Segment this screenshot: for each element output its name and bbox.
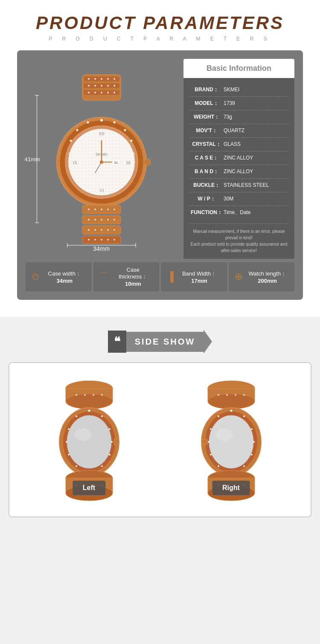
svg-point-4 (88, 78, 90, 80)
svg-point-127 (251, 454, 253, 455)
svg-point-101 (66, 441, 67, 443)
meas-icon: ⊕ (235, 271, 242, 282)
svg-point-92 (88, 410, 90, 412)
svg-point-133 (210, 428, 212, 430)
svg-point-122 (216, 428, 233, 441)
measurement-cell: ▐Band Width：17mm (161, 262, 227, 291)
svg-point-71 (113, 229, 115, 231)
svg-point-132 (208, 441, 209, 443)
svg-point-64 (107, 219, 109, 220)
svg-point-17 (107, 92, 109, 93)
svg-point-75 (101, 239, 102, 241)
svg-point-18 (113, 92, 115, 93)
svg-point-9 (88, 85, 90, 87)
watch-svg: XII VI IX III SKMEI 31 (33, 66, 170, 254)
info-val: 1739 (224, 100, 235, 106)
svg-text:VI: VI (99, 188, 104, 193)
svg-point-7 (107, 78, 109, 80)
info-key: BRAND： (189, 86, 224, 93)
side-show-header: ❝ SIDE SHOW (9, 330, 311, 354)
info-row: BRAND：SKMEI (189, 83, 288, 97)
info-val: STAINLESS STEEL (224, 182, 269, 188)
info-key: CRYSTAL： (189, 141, 224, 148)
measurement-cell: ⌒Case thickness：10mm (93, 262, 160, 291)
meas-icon: ▐ (167, 271, 174, 282)
info-row: B A N D：ZINC ALLOY (189, 165, 288, 179)
svg-point-117 (235, 394, 236, 396)
meas-text: Band Width：17mm (178, 270, 221, 284)
svg-point-94 (109, 428, 111, 430)
info-val: QUARTZ (224, 128, 244, 133)
svg-point-50 (100, 160, 103, 164)
watch-container: 41mm (33, 66, 170, 252)
svg-point-114 (208, 394, 255, 409)
dim-height-label: 41mm (25, 156, 40, 162)
info-key: WEIGHT： (189, 113, 224, 121)
svg-point-99 (76, 465, 77, 467)
svg-point-77 (113, 239, 115, 241)
info-val: 30M (224, 196, 233, 202)
info-val: ZINC ALLOY (224, 155, 253, 161)
left-watch-container: Left (42, 371, 136, 508)
info-val: Time、Date (224, 209, 251, 216)
svg-point-134 (218, 415, 219, 417)
svg-point-97 (101, 465, 103, 467)
info-key: FUNCTION： (189, 209, 224, 216)
svg-point-6 (101, 78, 102, 80)
quote-mark: ❝ (114, 336, 120, 348)
info-row: MOV'T：QUARTZ (189, 124, 288, 138)
svg-point-65 (113, 219, 115, 220)
svg-point-83 (66, 394, 113, 409)
svg-point-91 (74, 428, 91, 441)
info-key: MOV'T： (189, 127, 224, 134)
info-val: ZINC ALLOY (224, 168, 253, 174)
info-row: FUNCTION：Time、Date (189, 206, 288, 219)
right-watch-container: Right (184, 371, 278, 508)
info-val: GLASS (224, 141, 241, 147)
svg-point-11 (101, 85, 102, 87)
svg-point-121 (209, 415, 253, 468)
svg-point-68 (94, 229, 96, 231)
svg-point-37 (76, 129, 78, 131)
svg-point-13 (113, 85, 115, 87)
meas-text: Watch length：200mm (247, 270, 289, 284)
triangle-right-icon (204, 330, 212, 354)
svg-text:31: 31 (114, 161, 118, 165)
svg-rect-104 (114, 439, 119, 445)
svg-point-123 (230, 410, 232, 412)
svg-point-93 (101, 415, 103, 417)
info-header-text: Basic Information (207, 64, 271, 73)
side-show-label: SIDE SHOW (135, 337, 195, 347)
svg-point-118 (243, 394, 245, 396)
svg-point-96 (109, 454, 111, 455)
svg-point-100 (68, 454, 70, 455)
info-row: CRYSTAL：GLASS (189, 138, 288, 151)
svg-point-59 (113, 209, 115, 210)
svg-point-55 (88, 209, 90, 210)
svg-point-74 (94, 239, 96, 241)
info-panel: Basic Information BRAND：SKMEIMODEL：1739W… (183, 59, 294, 259)
svg-point-16 (101, 92, 102, 93)
svg-point-116 (226, 394, 228, 396)
svg-point-58 (107, 209, 109, 210)
sub-title: P R O D U C T P A R A M E T E R S (9, 36, 311, 42)
info-row: BUCKLE：STAINLESS STEEL (189, 179, 288, 192)
meas-text: Case thickness：10mm (113, 267, 154, 287)
svg-rect-53 (144, 159, 150, 165)
info-row: W / P：30M (189, 192, 288, 206)
main-title: PRODUCT PARAMETERS (9, 13, 311, 33)
svg-point-61 (88, 219, 90, 220)
meas-text: Case width：34mm (44, 270, 86, 284)
svg-rect-135 (202, 439, 207, 445)
info-row: WEIGHT：73g (189, 110, 288, 124)
svg-point-90 (67, 415, 111, 468)
measurement-cell: ⊕Watch length：200mm (229, 262, 295, 291)
svg-point-5 (94, 78, 96, 80)
svg-point-124 (243, 415, 245, 417)
left-label: Left (73, 481, 105, 495)
info-key: BUCKLE： (189, 182, 224, 189)
meas-icon: ⌒ (99, 270, 109, 283)
quote-box: ❝ (108, 331, 126, 353)
svg-point-130 (218, 465, 219, 467)
svg-point-70 (107, 229, 109, 231)
